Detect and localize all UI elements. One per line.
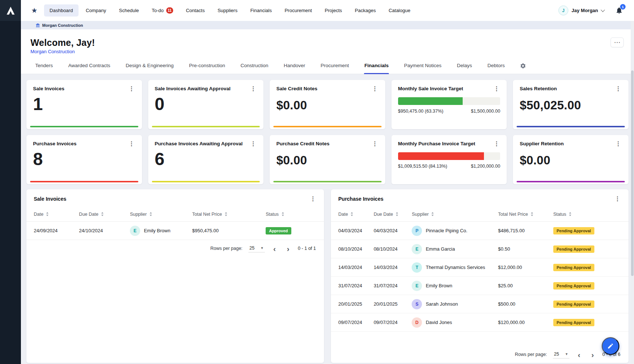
page-title: Welcome, Jay!: [30, 37, 95, 48]
next-page-button[interactable]: ›: [284, 245, 292, 252]
table-row[interactable]: 09/07/2024 09/07/2024 DDavid Jones $120,…: [331, 313, 628, 332]
kpi-card-sale-invoices: Sale Invoices⋮ 1: [26, 80, 142, 129]
column-header-status[interactable]: Status: [553, 212, 621, 217]
rows-per-page-select[interactable]: 25▼: [553, 351, 569, 358]
kpi-accent-bar: [152, 126, 260, 127]
favorite-star-icon[interactable]: ★: [29, 6, 40, 15]
column-header-supplier[interactable]: Supplier: [130, 212, 192, 217]
kebab-menu-icon[interactable]: ⋮: [493, 86, 500, 92]
column-header-supplier[interactable]: Supplier: [412, 212, 498, 217]
table-row[interactable]: 08/10/2024 08/10/2024 EEmma Garcia $0.50…: [331, 240, 628, 258]
table-row[interactable]: 14/03/2024 14/03/2024 TThermal Dynamics …: [331, 258, 628, 277]
rows-per-page-label: Rows per page:: [515, 352, 547, 357]
table-row[interactable]: 31/07/2024 31/07/2024 EEmily Brown $25.0…: [331, 277, 628, 295]
purchase-table-header: Date Due Date Supplier Total Net Price S…: [331, 207, 628, 222]
section-tabs: Tenders Awarded Contracts Design & Engin…: [30, 63, 624, 74]
nav-item-dashboard[interactable]: Dashboard: [44, 4, 79, 17]
column-header-total-net-price[interactable]: Total Net Price: [192, 212, 266, 217]
column-header-due-date[interactable]: Due Date: [374, 212, 412, 217]
tab-procurement[interactable]: Procurement: [320, 63, 349, 74]
cell-date: 04/03/2024: [338, 228, 374, 233]
more-options-button[interactable]: ⋯: [611, 37, 624, 47]
tab-pre-construction[interactable]: Pre-construction: [189, 63, 225, 74]
column-header-due-date[interactable]: Due Date: [79, 212, 130, 217]
tab-construction[interactable]: Construction: [240, 63, 269, 74]
scrollbar-thumb[interactable]: [631, 70, 634, 276]
tab-awarded-contracts[interactable]: Awarded Contracts: [68, 63, 111, 74]
nav-item-suppliers[interactable]: Suppliers: [212, 4, 243, 17]
previous-page-button[interactable]: ‹: [575, 351, 583, 358]
tab-delays[interactable]: Delays: [456, 63, 472, 74]
nav-item-packages[interactable]: Packages: [349, 4, 381, 17]
cell-total: $486,715.00: [498, 228, 553, 233]
next-page-button[interactable]: ›: [589, 351, 597, 358]
nav-item-company[interactable]: Company: [80, 4, 112, 17]
nav-item-contacts[interactable]: Contacts: [181, 4, 210, 17]
nav-item-schedule[interactable]: Schedule: [113, 4, 144, 17]
nav-label: Suppliers: [218, 8, 237, 13]
caret-down-icon: ▼: [260, 246, 264, 250]
supplier-avatar: E: [412, 244, 422, 254]
kpi-row-1: Sale Invoices⋮ 1 Sale Invoices Awaiting …: [26, 80, 628, 129]
vertical-scrollbar: [631, 21, 634, 364]
table-row[interactable]: 20/01/2025 20/01/2025 SSarah Johnson $50…: [331, 295, 628, 313]
supplier-name: Thermal Dynamics Services: [426, 265, 485, 270]
kebab-menu-icon[interactable]: ⋮: [249, 141, 257, 147]
supplier-avatar: D: [412, 317, 422, 328]
nav-item-procurement[interactable]: Procurement: [279, 4, 317, 17]
sort-icon: [431, 212, 434, 216]
kebab-menu-icon[interactable]: ⋮: [249, 86, 257, 92]
kebab-menu-icon[interactable]: ⋮: [615, 86, 622, 92]
create-fab-button[interactable]: [602, 337, 619, 355]
kpi-accent-bar: [273, 126, 382, 127]
status-badge: Pending Approval: [553, 319, 594, 326]
column-header-date[interactable]: Date: [34, 212, 79, 217]
column-header-total-net-price[interactable]: Total Net Price: [498, 212, 553, 217]
nav-item-todo[interactable]: To-do11: [146, 4, 179, 17]
status-badge: Pending Approval: [553, 264, 594, 271]
tab-tenders[interactable]: Tenders: [35, 63, 53, 74]
todo-count-badge: 11: [166, 7, 173, 14]
breadcrumb: Morgan Construction: [21, 21, 634, 29]
kebab-menu-icon[interactable]: ⋮: [128, 86, 135, 92]
cell-total: $950,475.00: [192, 228, 266, 233]
notification-count-badge: 1: [620, 4, 626, 10]
kebab-menu-icon[interactable]: ⋮: [309, 196, 317, 202]
nav-label: Company: [86, 8, 106, 13]
table-row[interactable]: 24/09/2024 24/10/2024 E Emily Brown $950…: [26, 222, 324, 240]
nav-item-projects[interactable]: Projects: [319, 4, 347, 17]
notifications-button[interactable]: 1: [615, 7, 623, 14]
kebab-menu-icon[interactable]: ⋮: [371, 141, 379, 147]
nav-item-catalogue[interactable]: Catalogue: [383, 4, 416, 17]
user-menu[interactable]: J Jay Morgan: [558, 6, 604, 15]
table-row[interactable]: 04/03/2024 04/03/2024 PPinnacle Piping C…: [331, 222, 628, 240]
sort-icon: [351, 212, 353, 216]
status-badge: Pending Approval: [553, 227, 594, 234]
kebab-menu-icon[interactable]: ⋮: [128, 141, 135, 147]
nav-label: Projects: [325, 8, 342, 13]
previous-page-button[interactable]: ‹: [271, 245, 278, 252]
company-link[interactable]: Morgan Construction: [30, 49, 75, 54]
rows-per-page-label: Rows per page:: [210, 246, 243, 251]
kpi-card-sale-invoices-awaiting: Sale Invoices Awaiting Approval⋮ 0: [148, 80, 264, 129]
rows-per-page-select[interactable]: 25▼: [248, 245, 265, 252]
tab-handover[interactable]: Handover: [283, 63, 306, 74]
cell-supplier: DDavid Jones: [412, 317, 498, 328]
tab-payment-notices[interactable]: Payment Notices: [404, 63, 442, 74]
tab-financials[interactable]: Financials: [364, 63, 389, 74]
kebab-menu-icon[interactable]: ⋮: [614, 196, 621, 202]
sort-icon: [101, 212, 103, 216]
tab-design-engineering[interactable]: Design & Engineering: [125, 63, 174, 74]
kebab-menu-icon[interactable]: ⋮: [371, 86, 379, 92]
kebab-menu-icon[interactable]: ⋮: [615, 141, 622, 147]
column-header-date[interactable]: Date: [338, 212, 374, 217]
kebab-menu-icon[interactable]: ⋮: [493, 141, 500, 147]
cell-supplier: PPinnacle Piping Co.: [412, 226, 498, 236]
nav-item-financials[interactable]: Financials: [245, 4, 277, 17]
tabs-settings-button[interactable]: [520, 63, 526, 74]
column-header-status[interactable]: Status: [266, 212, 317, 217]
tab-debtors[interactable]: Debtors: [487, 63, 505, 74]
app-logo[interactable]: [0, 0, 21, 21]
breadcrumb-company-link[interactable]: Morgan Construction: [36, 23, 83, 28]
supplier-name: David Jones: [426, 320, 452, 325]
